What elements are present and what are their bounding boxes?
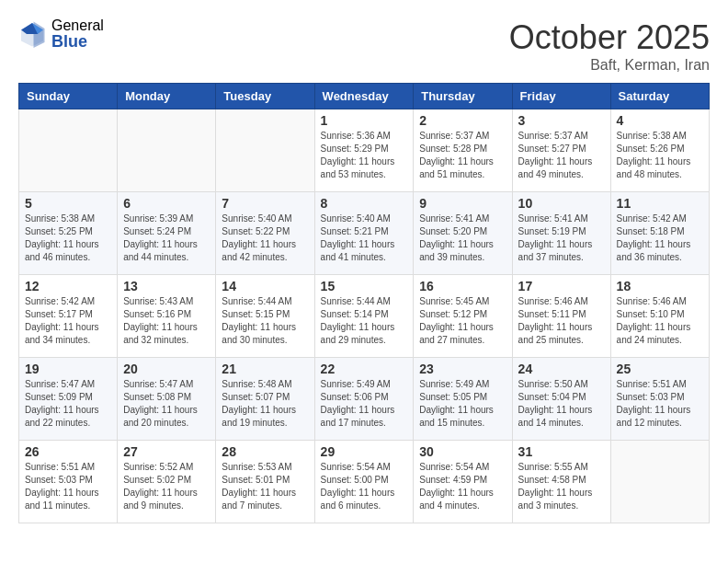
- day-number: 12: [25, 279, 111, 293]
- day-number: 25: [617, 362, 703, 376]
- title-block: October 2025 Baft, Kerman, Iran: [509, 18, 710, 74]
- calendar-week-row: 12Sunrise: 5:42 AM Sunset: 5:17 PM Dayli…: [19, 275, 710, 358]
- day-number: 13: [123, 279, 210, 293]
- day-info: Sunrise: 5:47 AM Sunset: 5:09 PM Dayligh…: [25, 378, 111, 430]
- day-number: 28: [222, 444, 308, 459]
- day-info: Sunrise: 5:40 AM Sunset: 5:21 PM Dayligh…: [321, 213, 408, 264]
- logo: General Blue: [18, 18, 104, 50]
- day-info: Sunrise: 5:51 AM Sunset: 5:03 PM Dayligh…: [25, 461, 111, 512]
- weekday-header-saturday: Saturday: [610, 84, 709, 109]
- day-number: 15: [321, 279, 408, 293]
- calendar-cell: 21Sunrise: 5:48 AM Sunset: 5:07 PM Dayli…: [216, 358, 314, 441]
- day-number: 10: [518, 196, 605, 211]
- logo-general: General: [51, 18, 104, 33]
- calendar-cell: 9Sunrise: 5:41 AM Sunset: 5:20 PM Daylig…: [414, 192, 512, 275]
- day-info: Sunrise: 5:51 AM Sunset: 5:03 PM Dayligh…: [617, 378, 703, 430]
- calendar-cell: 19Sunrise: 5:47 AM Sunset: 5:09 PM Dayli…: [19, 358, 118, 441]
- location-title: Baft, Kerman, Iran: [509, 57, 710, 74]
- calendar-cell: 18Sunrise: 5:46 AM Sunset: 5:10 PM Dayli…: [610, 275, 709, 358]
- day-info: Sunrise: 5:54 AM Sunset: 4:59 PM Dayligh…: [419, 461, 506, 512]
- calendar-cell: 14Sunrise: 5:44 AM Sunset: 5:15 PM Dayli…: [216, 275, 314, 358]
- calendar-cell: 3Sunrise: 5:37 AM Sunset: 5:27 PM Daylig…: [512, 109, 610, 192]
- day-info: Sunrise: 5:36 AM Sunset: 5:29 PM Dayligh…: [321, 130, 408, 181]
- day-number: 27: [123, 444, 210, 459]
- day-info: Sunrise: 5:45 AM Sunset: 5:12 PM Dayligh…: [419, 295, 506, 347]
- day-number: 2: [419, 113, 506, 128]
- day-info: Sunrise: 5:41 AM Sunset: 5:19 PM Dayligh…: [518, 213, 605, 264]
- calendar-cell: 27Sunrise: 5:52 AM Sunset: 5:02 PM Dayli…: [118, 441, 216, 523]
- page-header: General Blue October 2025 Baft, Kerman, …: [18, 18, 710, 74]
- day-number: 20: [123, 362, 210, 376]
- day-number: 18: [617, 279, 703, 293]
- calendar-cell: 24Sunrise: 5:50 AM Sunset: 5:04 PM Dayli…: [512, 358, 610, 441]
- day-info: Sunrise: 5:42 AM Sunset: 5:18 PM Dayligh…: [617, 213, 703, 264]
- day-info: Sunrise: 5:38 AM Sunset: 5:25 PM Dayligh…: [25, 213, 111, 264]
- day-info: Sunrise: 5:44 AM Sunset: 5:15 PM Dayligh…: [222, 295, 308, 347]
- weekday-header-sunday: Sunday: [19, 84, 118, 109]
- logo-icon: [18, 20, 46, 48]
- weekday-header-thursday: Thursday: [414, 84, 512, 109]
- calendar-cell: 17Sunrise: 5:46 AM Sunset: 5:11 PM Dayli…: [512, 275, 610, 358]
- calendar-cell: 25Sunrise: 5:51 AM Sunset: 5:03 PM Dayli…: [610, 358, 709, 441]
- day-number: 5: [25, 196, 111, 211]
- day-info: Sunrise: 5:43 AM Sunset: 5:16 PM Dayligh…: [123, 295, 210, 347]
- calendar-cell: 5Sunrise: 5:38 AM Sunset: 5:25 PM Daylig…: [19, 192, 118, 275]
- calendar-cell: 8Sunrise: 5:40 AM Sunset: 5:21 PM Daylig…: [314, 192, 414, 275]
- day-info: Sunrise: 5:53 AM Sunset: 5:01 PM Dayligh…: [222, 461, 308, 512]
- day-info: Sunrise: 5:41 AM Sunset: 5:20 PM Dayligh…: [419, 213, 506, 264]
- calendar-week-row: 1Sunrise: 5:36 AM Sunset: 5:29 PM Daylig…: [19, 109, 710, 192]
- calendar-cell: 10Sunrise: 5:41 AM Sunset: 5:19 PM Dayli…: [512, 192, 610, 275]
- day-info: Sunrise: 5:37 AM Sunset: 5:27 PM Dayligh…: [518, 130, 605, 181]
- day-info: Sunrise: 5:39 AM Sunset: 5:24 PM Dayligh…: [123, 213, 210, 264]
- calendar-cell: 30Sunrise: 5:54 AM Sunset: 4:59 PM Dayli…: [414, 441, 512, 523]
- calendar-cell: 12Sunrise: 5:42 AM Sunset: 5:17 PM Dayli…: [19, 275, 118, 358]
- day-number: 30: [419, 444, 506, 459]
- weekday-header-tuesday: Tuesday: [216, 84, 314, 109]
- calendar-cell: 16Sunrise: 5:45 AM Sunset: 5:12 PM Dayli…: [414, 275, 512, 358]
- day-number: 8: [321, 196, 408, 211]
- day-info: Sunrise: 5:54 AM Sunset: 5:00 PM Dayligh…: [321, 461, 408, 512]
- day-info: Sunrise: 5:49 AM Sunset: 5:05 PM Dayligh…: [419, 378, 506, 430]
- day-info: Sunrise: 5:47 AM Sunset: 5:08 PM Dayligh…: [123, 378, 210, 430]
- day-number: 11: [617, 196, 703, 211]
- day-info: Sunrise: 5:40 AM Sunset: 5:22 PM Dayligh…: [222, 213, 308, 264]
- day-info: Sunrise: 5:38 AM Sunset: 5:26 PM Dayligh…: [617, 130, 703, 181]
- calendar-cell: 15Sunrise: 5:44 AM Sunset: 5:14 PM Dayli…: [314, 275, 414, 358]
- calendar-week-row: 26Sunrise: 5:51 AM Sunset: 5:03 PM Dayli…: [19, 441, 710, 523]
- day-number: 22: [321, 362, 408, 376]
- logo-text: General Blue: [51, 18, 104, 50]
- weekday-header-friday: Friday: [512, 84, 610, 109]
- calendar-week-row: 19Sunrise: 5:47 AM Sunset: 5:09 PM Dayli…: [19, 358, 710, 441]
- calendar-cell: 4Sunrise: 5:38 AM Sunset: 5:26 PM Daylig…: [610, 109, 709, 192]
- day-number: 19: [25, 362, 111, 376]
- day-number: 4: [617, 113, 703, 128]
- day-number: 14: [222, 279, 308, 293]
- day-number: 29: [321, 444, 408, 459]
- calendar-cell: 6Sunrise: 5:39 AM Sunset: 5:24 PM Daylig…: [118, 192, 216, 275]
- day-info: Sunrise: 5:55 AM Sunset: 4:58 PM Dayligh…: [518, 461, 605, 512]
- day-info: Sunrise: 5:37 AM Sunset: 5:28 PM Dayligh…: [419, 130, 506, 181]
- calendar-cell: 23Sunrise: 5:49 AM Sunset: 5:05 PM Dayli…: [414, 358, 512, 441]
- calendar-cell: [19, 109, 118, 192]
- day-info: Sunrise: 5:50 AM Sunset: 5:04 PM Dayligh…: [518, 378, 605, 430]
- day-number: 6: [123, 196, 210, 211]
- day-info: Sunrise: 5:42 AM Sunset: 5:17 PM Dayligh…: [25, 295, 111, 347]
- day-info: Sunrise: 5:46 AM Sunset: 5:11 PM Dayligh…: [518, 295, 605, 347]
- calendar-cell: 28Sunrise: 5:53 AM Sunset: 5:01 PM Dayli…: [216, 441, 314, 523]
- day-number: 21: [222, 362, 308, 376]
- day-number: 26: [25, 444, 111, 459]
- calendar-cell: 20Sunrise: 5:47 AM Sunset: 5:08 PM Dayli…: [118, 358, 216, 441]
- day-number: 7: [222, 196, 308, 211]
- calendar-cell: 11Sunrise: 5:42 AM Sunset: 5:18 PM Dayli…: [610, 192, 709, 275]
- calendar-cell: 31Sunrise: 5:55 AM Sunset: 4:58 PM Dayli…: [512, 441, 610, 523]
- calendar-cell: 7Sunrise: 5:40 AM Sunset: 5:22 PM Daylig…: [216, 192, 314, 275]
- day-info: Sunrise: 5:52 AM Sunset: 5:02 PM Dayligh…: [123, 461, 210, 512]
- day-number: 31: [518, 444, 605, 459]
- calendar-cell: 29Sunrise: 5:54 AM Sunset: 5:00 PM Dayli…: [314, 441, 414, 523]
- calendar-cell: 2Sunrise: 5:37 AM Sunset: 5:28 PM Daylig…: [414, 109, 512, 192]
- day-number: 17: [518, 279, 605, 293]
- calendar-cell: [118, 109, 216, 192]
- day-info: Sunrise: 5:49 AM Sunset: 5:06 PM Dayligh…: [321, 378, 408, 430]
- day-number: 9: [419, 196, 506, 211]
- calendar-cell: [216, 109, 314, 192]
